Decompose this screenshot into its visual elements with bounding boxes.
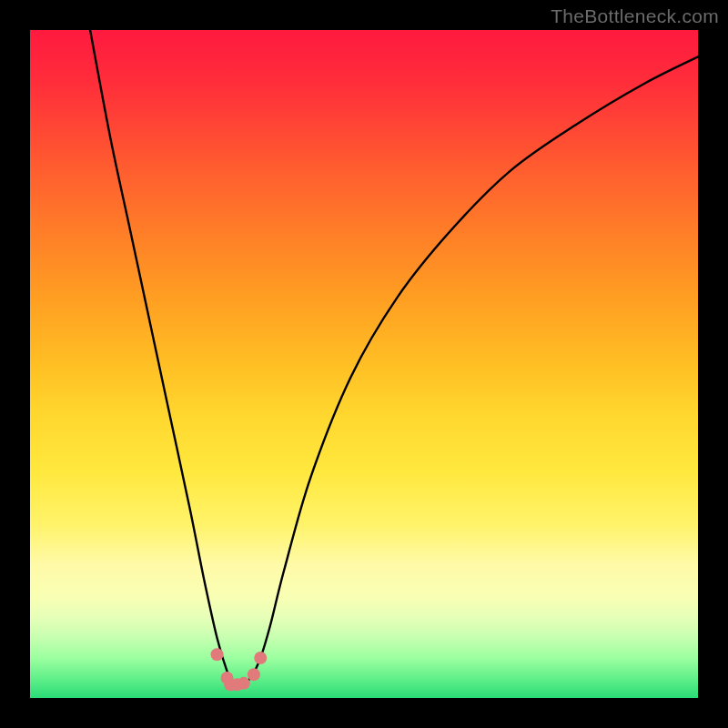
trough-marker xyxy=(238,677,250,690)
chart-plot-area xyxy=(30,30,698,698)
trough-marker xyxy=(248,668,260,681)
trough-marker xyxy=(211,648,224,661)
trough-markers xyxy=(211,648,268,691)
trough-marker xyxy=(254,652,267,664)
chart-svg xyxy=(30,30,698,698)
watermark-text: TheBottleneck.com xyxy=(551,5,719,27)
chart-frame: TheBottleneck.com xyxy=(0,0,728,728)
bottleneck-curve-line xyxy=(90,30,698,686)
